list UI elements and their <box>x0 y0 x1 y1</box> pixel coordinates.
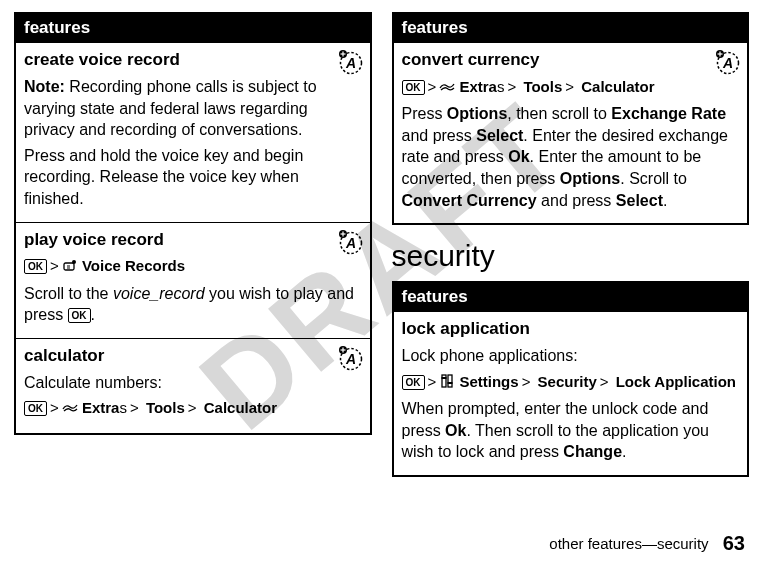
page-footer: other features—security 63 <box>549 532 745 555</box>
table-cell: play voice record A OK> Voice RecordsScr… <box>15 222 371 338</box>
cell-paragraph: Note: Recording phone calls is subject t… <box>24 76 362 141</box>
table-header: features <box>393 13 749 43</box>
features-table-left: features create voice record A Note: Rec… <box>14 12 372 435</box>
badge-icon: A <box>338 49 364 75</box>
table-body: lock applicationLock phone applications:… <box>393 312 749 476</box>
cell-title: play voice record <box>24 229 362 252</box>
table-body: convert currency A OK> Extras> Tools> Ca… <box>393 43 749 225</box>
svg-point-11 <box>72 260 76 264</box>
svg-rect-25 <box>448 382 453 384</box>
svg-rect-24 <box>442 377 447 379</box>
cell-title: calculator <box>24 345 362 368</box>
nav-path: OK> Voice Records <box>24 255 362 278</box>
table-cell: calculator A Calculate numbers:OK> Extra… <box>15 338 371 433</box>
nav-path: OK> Extras> Tools> Calculator <box>24 397 362 420</box>
cell-paragraph: Scroll to the voice_record you wish to p… <box>24 283 362 326</box>
extras-icon <box>439 78 455 99</box>
cell-paragraph: Press and hold the voice key and begin r… <box>24 145 362 210</box>
badge-icon: A <box>715 49 741 75</box>
table-body: create voice record A Note: Recording ph… <box>15 43 371 434</box>
cell-paragraph: Calculate numbers: <box>24 372 362 394</box>
table-cell: lock applicationLock phone applications:… <box>393 312 749 476</box>
cell-paragraph: Lock phone applications: <box>402 345 740 367</box>
page-columns: features create voice record A Note: Rec… <box>0 0 763 477</box>
ok-key-icon: OK <box>24 401 47 416</box>
cell-title: lock application <box>402 318 740 341</box>
svg-text:A: A <box>344 55 355 71</box>
svg-text:A: A <box>722 55 733 71</box>
table-header: features <box>15 13 371 43</box>
badge-icon: A <box>338 229 364 255</box>
nav-path: OK> Settings> Security> Lock Application <box>402 371 740 394</box>
features-table-security: features lock applicationLock phone appl… <box>392 281 750 477</box>
page-number: 63 <box>723 532 745 554</box>
left-column: features create voice record A Note: Rec… <box>14 12 372 477</box>
cell-paragraph: Press Options, then scroll to Exchange R… <box>402 103 740 211</box>
badge-icon: A <box>338 345 364 371</box>
table-cell: convert currency A OK> Extras> Tools> Ca… <box>393 43 749 225</box>
cell-title: create voice record <box>24 49 362 72</box>
svg-text:A: A <box>344 235 355 251</box>
right-column: features convert currency A OK> Extras> … <box>392 12 750 477</box>
section-heading-security: security <box>392 239 750 273</box>
table-cell: create voice record A Note: Recording ph… <box>15 43 371 223</box>
nav-path: OK> Extras> Tools> Calculator <box>402 76 740 99</box>
extras-icon <box>62 399 78 420</box>
svg-rect-22 <box>442 375 446 387</box>
cell-title: convert currency <box>402 49 740 72</box>
ok-key-icon: OK <box>402 80 425 95</box>
footer-text: other features—security <box>549 535 708 552</box>
ok-key-icon: OK <box>24 259 47 274</box>
record-icon <box>62 257 78 278</box>
svg-text:A: A <box>344 351 355 367</box>
table-header: features <box>393 282 749 312</box>
features-table-right: features convert currency A OK> Extras> … <box>392 12 750 225</box>
settings-icon <box>439 373 455 394</box>
svg-rect-23 <box>448 375 452 387</box>
ok-key-icon: OK <box>402 375 425 390</box>
cell-paragraph: When prompted, enter the unlock code and… <box>402 398 740 463</box>
